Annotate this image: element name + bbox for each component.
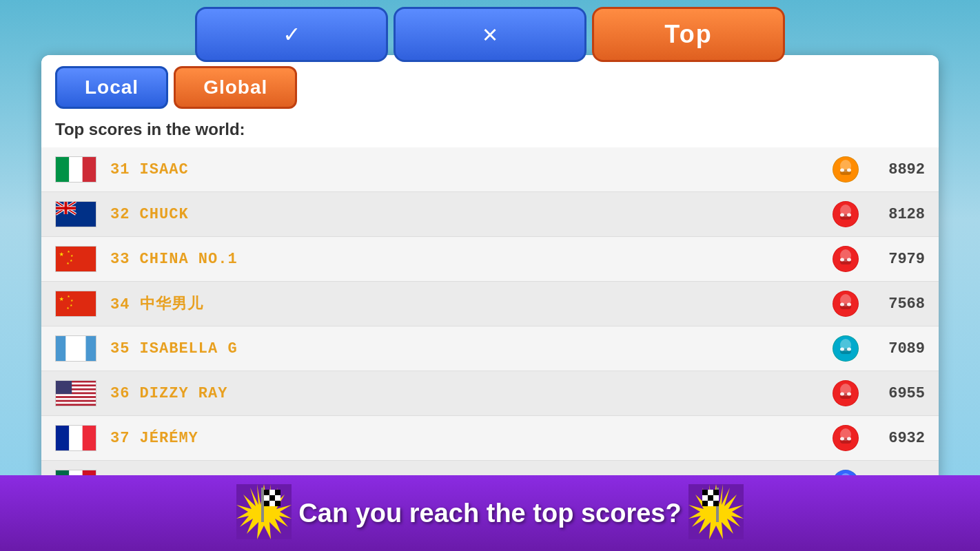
svg-point-23 (840, 214, 844, 217)
flag-left (236, 484, 292, 543)
tab-local-label: Local (85, 76, 139, 98)
avatar (833, 201, 859, 227)
avatar (833, 156, 859, 183)
table-row: 31 ISAAC 8892 (41, 147, 939, 192)
svg-rect-110 (264, 501, 269, 506)
avatar (833, 425, 859, 451)
svg-point-47 (840, 303, 844, 306)
svg-point-36 (847, 258, 851, 262)
svg-rect-51 (86, 336, 96, 362)
rank-name: 37 JÉRÉMY (110, 430, 198, 447)
svg-point-57 (847, 348, 851, 351)
score-value: 6932 (870, 430, 925, 447)
top-button[interactable]: Top (592, 7, 785, 62)
svg-rect-106 (275, 490, 280, 495)
top-label: Top (664, 20, 712, 49)
svg-text:★: ★ (67, 249, 70, 254)
score-value: 7089 (870, 340, 925, 357)
svg-rect-65 (56, 381, 72, 394)
close-button[interactable]: ✕ (394, 7, 586, 62)
rank-name: 34 中华男儿 (110, 293, 203, 314)
svg-rect-117 (708, 490, 713, 495)
flag-usa (55, 380, 96, 406)
score-value: 8892 (870, 161, 925, 178)
svg-rect-62 (56, 394, 96, 396)
score-value: 7979 (870, 251, 925, 268)
x-icon: ✕ (482, 19, 498, 50)
svg-rect-112 (275, 501, 280, 506)
rank-name: 31 ISAAC (110, 161, 189, 178)
svg-text:★: ★ (59, 249, 64, 258)
rank-name: 32 CHUCK (110, 206, 189, 223)
score-value: 7568 (870, 295, 925, 313)
svg-text:★: ★ (70, 302, 72, 308)
table-row: 35 ISABELLA G 7089 (41, 326, 939, 371)
svg-rect-109 (275, 495, 280, 501)
tab-global-label: Global (203, 76, 267, 98)
svg-rect-50 (66, 336, 86, 362)
svg-rect-64 (56, 402, 96, 404)
tab-row: Local Global (41, 55, 939, 114)
svg-point-71 (847, 393, 851, 396)
avatar (833, 380, 859, 406)
banner-text: Can you reach the top scores? (298, 499, 681, 528)
flag-italy (55, 156, 96, 183)
flag-right (688, 484, 744, 543)
svg-text:★: ★ (67, 293, 70, 299)
player-info: 36 DIZZY RAY (110, 385, 833, 402)
svg-rect-72 (56, 426, 69, 451)
player-info: 34 中华男儿 (110, 293, 833, 314)
svg-rect-108 (269, 495, 275, 501)
table-row: ★★★★★ 34 中华男儿 7568 (41, 282, 939, 326)
svg-rect-121 (713, 495, 719, 501)
flag-guatemala (55, 335, 96, 362)
svg-point-35 (840, 258, 844, 262)
svg-rect-124 (713, 501, 719, 506)
rank-name: 33 CHINA NO.1 (110, 251, 238, 268)
table-row: ★★★★★ 33 CHINA NO.1 7979 (41, 237, 939, 282)
score-value: 6955 (870, 385, 925, 402)
svg-rect-104 (264, 490, 269, 495)
tab-local[interactable]: Local (55, 66, 168, 109)
svg-point-24 (847, 214, 851, 217)
svg-point-7 (840, 169, 844, 172)
top-button-bar: ✓ ✕ Top (0, 7, 980, 62)
svg-rect-73 (69, 426, 82, 451)
player-info: 37 JÉRÉMY (110, 430, 833, 447)
svg-rect-74 (83, 426, 96, 451)
tab-global[interactable]: Global (174, 66, 297, 109)
table-row: 36 DIZZY RAY 6955 (41, 371, 939, 416)
flag-china: ★★★★★ (55, 246, 96, 272)
svg-rect-63 (56, 398, 96, 400)
scores-list[interactable]: 31 ISAAC 8892 32 CHUCK 8128 ★★★★★ 33 CHI… (41, 147, 939, 482)
svg-rect-49 (56, 336, 66, 362)
player-info: 35 ISABELLA G (110, 340, 833, 357)
svg-rect-107 (264, 495, 269, 501)
rank-name: 36 DIZZY RAY (110, 385, 227, 402)
avatar (833, 246, 859, 272)
avatar (833, 335, 859, 362)
svg-rect-118 (713, 490, 719, 495)
svg-text:★: ★ (59, 294, 64, 303)
svg-rect-111 (269, 501, 275, 506)
svg-rect-120 (708, 495, 713, 501)
svg-point-48 (847, 303, 851, 306)
main-panel: Local Global Top scores in the world: 31… (41, 55, 939, 482)
svg-rect-103 (261, 488, 264, 522)
svg-text:★: ★ (66, 260, 69, 266)
svg-rect-122 (702, 501, 708, 506)
svg-rect-123 (708, 501, 713, 506)
score-value: 8128 (870, 206, 925, 223)
svg-point-56 (840, 348, 844, 351)
svg-point-70 (840, 393, 844, 396)
svg-rect-0 (56, 157, 69, 183)
check-button[interactable]: ✓ (195, 7, 388, 62)
table-row: 32 CHUCK 8128 (41, 192, 939, 237)
svg-rect-2 (83, 157, 96, 183)
avatar (833, 291, 859, 317)
player-info: 32 CHUCK (110, 206, 833, 223)
svg-point-79 (840, 437, 844, 441)
bottom-banner: Can you reach the top scores? (0, 475, 980, 551)
table-row: 37 JÉRÉMY 6932 (41, 416, 939, 461)
flag-australia (55, 201, 96, 227)
